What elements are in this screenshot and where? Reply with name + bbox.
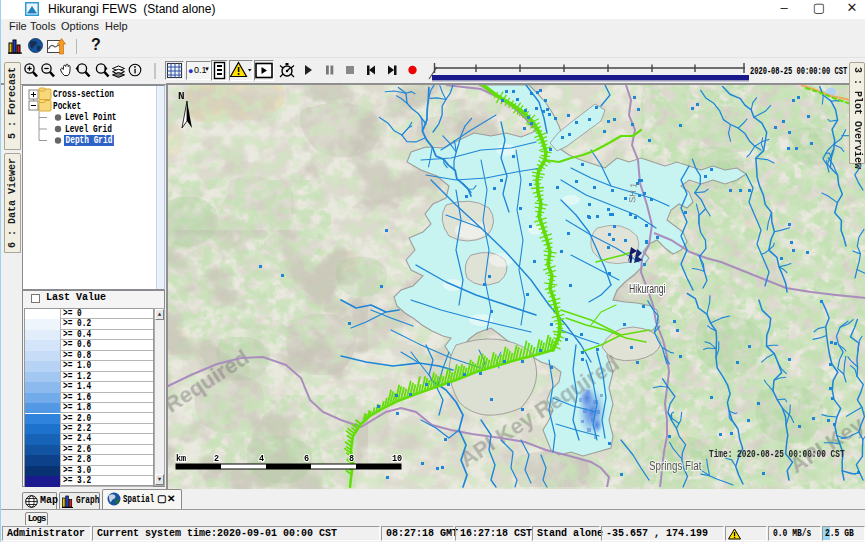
svg-text:2: 2 [214,454,219,464]
svg-text:SH 1: SH 1 [627,182,639,203]
svg-text:Hikurangi: Hikurangi [629,283,665,296]
svg-text:Time: 2020-08-25 00:00:00 CST: Time: 2020-08-25 00:00:00 CST [709,448,845,461]
svg-text:6: 6 [304,454,309,464]
svg-text:Springs Flat: Springs Flat [649,459,701,472]
svg-text:8: 8 [349,454,354,464]
svg-text:4: 4 [259,454,264,464]
svg-text:km: km [176,454,186,464]
svg-text:10: 10 [392,454,402,464]
svg-text:N: N [178,90,185,102]
